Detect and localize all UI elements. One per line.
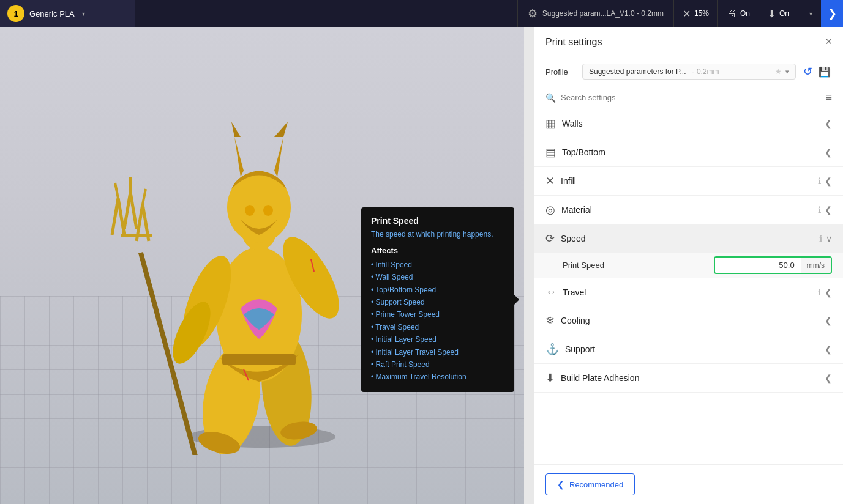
material-info-icon[interactable]: ℹ: [818, 205, 821, 215]
svg-rect-15: [121, 234, 152, 237]
walls-icon: ▦: [545, 117, 556, 130]
cooling-label: Cooling: [561, 316, 590, 325]
viewport: Print Speed The speed at which printing …: [0, 27, 524, 504]
topbar-export-item[interactable]: ⬇ On: [759, 0, 798, 27]
infill-header[interactable]: ✕ Infill ℹ ❮: [534, 167, 843, 195]
export-icon: ⬇: [768, 8, 776, 20]
support-group: ⚓ Support ❮: [534, 335, 843, 364]
tooltip-affects-list: Infill Speed Wall Speed Top/Bottom Speed…: [371, 259, 504, 384]
search-row: 🔍 ≡: [534, 86, 843, 109]
buildplate-header[interactable]: ⬇ Build Plate Adhesion ❮: [534, 364, 843, 392]
svg-line-16: [115, 183, 118, 198]
travel-header[interactable]: ↔ Travel ℹ ❮: [534, 278, 843, 306]
infill-icon: ✕: [545, 174, 555, 188]
profile-label: Profile: [545, 67, 576, 76]
profile-dropdown-arrow[interactable]: ▾: [785, 68, 789, 76]
buildplate-group: ⬇ Build Plate Adhesion ❮: [534, 364, 843, 393]
profile-version: - 0.2mm: [692, 67, 719, 76]
material-header[interactable]: ◎ Material ℹ ❮: [534, 196, 843, 224]
travel-label: Travel: [563, 287, 586, 297]
tooltip-affects-item: Wall Speed: [371, 271, 504, 283]
suggested-params-label: Suggested param...LA_V1.0 - 0.2mm: [542, 9, 664, 18]
tooltip-description: The speed at which printing happens.: [371, 229, 504, 240]
topbar-suggested-params[interactable]: ⚙ Suggested param...LA_V1.0 - 0.2mm: [517, 0, 673, 27]
print-speed-label: Print Speed: [563, 261, 714, 270]
cooling-group: ❄ Cooling ❮: [534, 306, 843, 335]
material-group: ◎ Material ℹ ❮: [534, 196, 843, 224]
material-chevron: ❮: [825, 205, 832, 215]
profile-row: Profile Suggested parameters for P... - …: [534, 57, 843, 86]
print-settings-panel: Print settings × Profile Suggested param…: [534, 27, 843, 504]
topbar-more-item[interactable]: ▾: [798, 0, 821, 27]
tooltip-affects-item: Initial Layer Travel Speed: [371, 346, 504, 358]
recommended-button[interactable]: ❮ Recommended: [545, 473, 635, 495]
material-icon-settings: ◎: [545, 203, 555, 217]
topbar-right: ⚙ Suggested param...LA_V1.0 - 0.2mm ✕ 15…: [517, 0, 843, 27]
buildplate-chevron: ❮: [825, 373, 832, 383]
speed-header[interactable]: ⟳ Speed ℹ ∨: [534, 224, 843, 253]
support-chevron: ❮: [825, 344, 832, 354]
print-speed-input-wrapper: mm/s: [714, 256, 832, 274]
buildplate-label: Build Plate Adhesion: [561, 373, 639, 383]
topbottom-label: Top/Bottom: [562, 147, 605, 157]
topbottom-chevron: ❮: [825, 147, 832, 157]
suggested-params-icon: ⚙: [528, 7, 538, 20]
menu-icon[interactable]: ≡: [825, 91, 832, 104]
save-button[interactable]: 💾: [817, 64, 832, 80]
topbottom-icon: ▤: [545, 146, 556, 159]
support-label: On: [740, 9, 750, 18]
profile-star: ★: [775, 67, 782, 76]
topbar-infill-item[interactable]: ✕ 15%: [673, 0, 717, 27]
material-name: Generic PLA: [29, 9, 75, 18]
tooltip-affects-item: Support Speed: [371, 296, 504, 308]
search-icon: 🔍: [545, 93, 556, 103]
topbar: 1 Generic PLA ▾ ⚙ Suggested param...LA_V…: [0, 0, 843, 27]
speed-label: Speed: [561, 234, 585, 243]
travel-group: ↔ Travel ℹ ❮: [534, 278, 843, 306]
topbottom-header[interactable]: ▤ Top/Bottom ❮: [534, 138, 843, 166]
cooling-chevron: ❮: [825, 316, 832, 325]
infill-label: Infill: [561, 176, 576, 186]
search-input[interactable]: [561, 93, 820, 102]
recommended-chevron: ❮: [557, 480, 564, 489]
speed-info-icon[interactable]: ℹ: [819, 234, 822, 243]
tooltip-affects-item: Maximum Travel Resolution: [371, 371, 504, 383]
walls-label: Walls: [562, 119, 583, 128]
infill-info-icon[interactable]: ℹ: [818, 176, 821, 186]
close-button[interactable]: ×: [825, 35, 832, 48]
recommended-label: Recommended: [569, 480, 623, 489]
support-header[interactable]: ⚓ Support ❮: [534, 335, 843, 363]
infill-chevron: ❮: [825, 176, 832, 186]
walls-header[interactable]: ▦ Walls ❮: [534, 109, 843, 138]
material-label: Material: [561, 205, 592, 215]
print-speed-input[interactable]: [715, 258, 801, 273]
speed-chevron: ∨: [826, 234, 832, 243]
print-settings-title: Print settings: [545, 37, 602, 48]
profile-dropdown[interactable]: Suggested parameters for P... - 0.2mm ★ …: [582, 64, 796, 80]
profile-actions: ↺ 💾: [802, 64, 832, 80]
support-icon-settings: ⚓: [545, 343, 559, 356]
infill-value: 15%: [694, 9, 709, 18]
travel-info-icon[interactable]: ℹ: [818, 287, 821, 297]
walls-group: ▦ Walls ❮: [534, 109, 843, 138]
infill-group: ✕ Infill ℹ ❮: [534, 167, 843, 196]
speed-icon: ⟳: [545, 232, 555, 245]
print-speed-row: Print Speed mm/s: [534, 253, 843, 278]
buildplate-icon: ⬇: [545, 371, 555, 385]
travel-chevron: ❮: [825, 287, 832, 297]
settings-list: ▦ Walls ❮ ▤ Top/Bottom ❮: [534, 109, 843, 464]
print-settings-header: Print settings ×: [534, 27, 843, 57]
tooltip-title: Print Speed: [371, 216, 504, 226]
material-icon: 1: [7, 5, 24, 22]
svg-rect-6: [222, 354, 296, 365]
topbar-blue-button[interactable]: ❯: [821, 0, 843, 27]
material-section[interactable]: 1 Generic PLA ▾: [0, 0, 135, 27]
topbar-more-arrow: ▾: [809, 10, 812, 17]
infill-icon: ✕: [683, 8, 691, 20]
cooling-header[interactable]: ❄ Cooling ❮: [534, 306, 843, 335]
topbar-support-item[interactable]: 🖨 On: [717, 0, 759, 27]
reset-button[interactable]: ↺: [802, 64, 814, 80]
material-dropdown-arrow[interactable]: ▾: [82, 10, 85, 17]
walls-chevron: ❮: [825, 119, 832, 128]
tooltip-affects-item: Raft Print Speed: [371, 358, 504, 371]
